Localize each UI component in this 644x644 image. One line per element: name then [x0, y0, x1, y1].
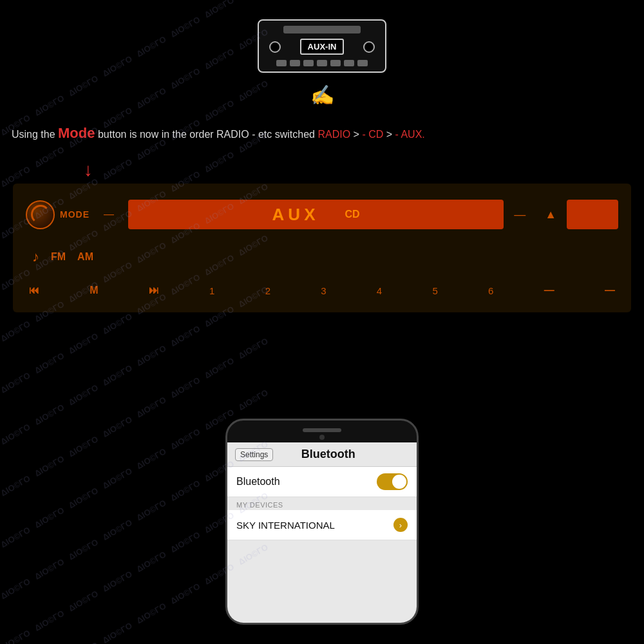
- instruction-text: Using the Mode button is now in the orde…: [12, 122, 638, 144]
- right-display-screen: [567, 200, 618, 229]
- phone-screen: Settings Bluetooth Bluetooth MY DEVICES …: [227, 442, 417, 623]
- pin-4: [317, 60, 327, 66]
- device-chevron-icon: ›: [393, 518, 408, 532]
- pin-3: [303, 60, 314, 66]
- aux-display-main-text: AUX: [272, 205, 319, 225]
- preset-2-button[interactable]: 2: [265, 285, 270, 296]
- arrow-symbol: >: [354, 129, 363, 140]
- dash-btn-2[interactable]: —: [605, 285, 615, 296]
- pin-1: [276, 60, 287, 66]
- radio-mid-row: ♪ FM AM: [26, 249, 618, 265]
- m-button[interactable]: M: [90, 285, 98, 296]
- prev-track-button[interactable]: ⏮: [29, 285, 39, 296]
- radio1-label: RADIO: [317, 129, 350, 140]
- fm-label[interactable]: FM: [51, 251, 66, 263]
- bluetooth-toggle-row: Bluetooth: [227, 467, 417, 497]
- mode-label: MODE: [60, 209, 90, 220]
- radio-top-row: MODE — AUX CD — ▲: [26, 200, 618, 229]
- mode-word: Mode: [58, 125, 95, 141]
- preset-6-button[interactable]: 6: [488, 285, 493, 296]
- am-label[interactable]: AM: [77, 251, 93, 263]
- radio-panel: MODE — AUX CD — ▲ ♪ FM AM ⏮ M ⏭ 1 2 3 4 …: [13, 184, 631, 312]
- phone-camera: [319, 435, 325, 440]
- connector-circle-left: [269, 41, 281, 53]
- connector-top-bar: [283, 26, 361, 33]
- preset-4-button[interactable]: 4: [377, 285, 382, 296]
- connector-pins: [264, 60, 380, 66]
- connector-middle-row: AUX-IN: [264, 37, 380, 56]
- bluetooth-toggle-switch[interactable]: [377, 473, 408, 490]
- aux-display-cd-text: CD: [345, 209, 359, 220]
- mode-knob[interactable]: [26, 200, 55, 229]
- radio-bottom-row: ⏮ M ⏭ 1 2 3 4 5 6 — —: [26, 285, 618, 296]
- music-note-icon: ♪: [32, 249, 39, 265]
- phone-speaker: [303, 428, 341, 432]
- phone-nav-bar: Settings Bluetooth: [227, 442, 417, 467]
- bluetooth-row-label: Bluetooth: [236, 476, 377, 488]
- aux-display-screen: AUX CD: [128, 200, 504, 229]
- pin-7: [357, 60, 368, 66]
- aux-connector-diagram: AUX-IN: [258, 19, 386, 73]
- device-name-label: SKY INTERNATIONAL: [236, 520, 393, 531]
- dash-separator-1: —: [104, 209, 114, 220]
- gt2-symbol: >: [386, 129, 395, 140]
- settings-back-button[interactable]: Settings: [235, 448, 273, 461]
- aux-label: - AUX.: [395, 129, 425, 140]
- pin-6: [344, 60, 354, 66]
- toggle-thumb: [392, 475, 406, 489]
- dash-btn-1[interactable]: —: [544, 285, 554, 296]
- aux-in-label: AUX-IN: [300, 39, 345, 55]
- cd-label: - CD: [362, 129, 383, 140]
- device-row[interactable]: SKY INTERNATIONAL ›: [227, 510, 417, 540]
- mode-knob-arc: [31, 205, 50, 224]
- preset-3-button[interactable]: 3: [321, 285, 326, 296]
- vol-dash: —: [514, 208, 526, 222]
- pin-2: [290, 60, 300, 66]
- pin-5: [330, 60, 341, 66]
- eject-button[interactable]: ▲: [545, 208, 556, 222]
- mode-knob-area: MODE: [26, 200, 90, 229]
- my-devices-section-label: MY DEVICES: [227, 497, 417, 510]
- bluetooth-page-title: Bluetooth: [273, 448, 383, 461]
- next-track-button[interactable]: ⏭: [149, 285, 159, 296]
- connector-circle-right: [363, 41, 375, 53]
- hand-pointer-icon: ✍: [310, 84, 334, 106]
- red-arrow-icon: ↓: [84, 160, 93, 180]
- preset-5-button[interactable]: 5: [432, 285, 437, 296]
- preset-1-button[interactable]: 1: [209, 285, 214, 296]
- phone-mockup: Settings Bluetooth Bluetooth MY DEVICES …: [225, 419, 419, 625]
- instruction-prefix: Using the: [12, 129, 55, 140]
- instruction-suffix: button is now in the order RADIO - etc s…: [98, 129, 315, 140]
